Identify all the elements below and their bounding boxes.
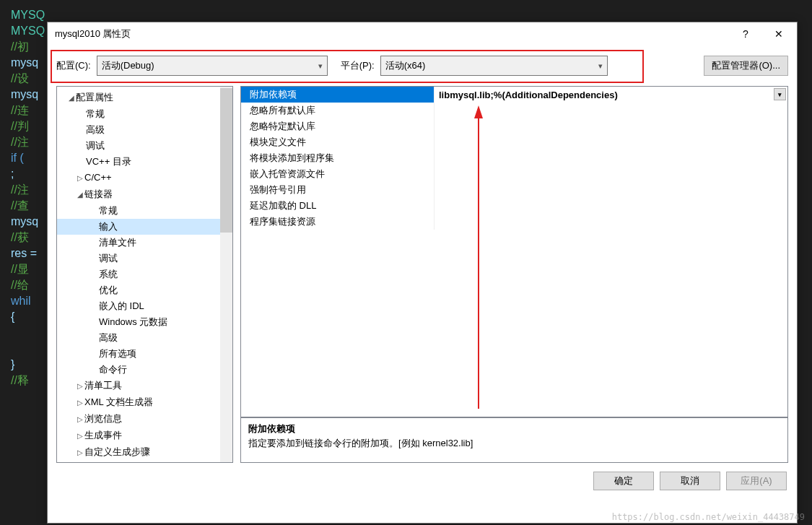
cancel-button[interactable]: 取消 bbox=[660, 472, 720, 490]
tree-node-general[interactable]: 常规 bbox=[57, 106, 232, 122]
tree-node-browse[interactable]: ▷浏览信息 bbox=[57, 411, 232, 428]
platform-combo[interactable]: 活动(x64) ▾ bbox=[380, 56, 608, 76]
prop-additional-dependencies[interactable]: 附加依赖项 libmysql.lib;%(AdditionalDependenc… bbox=[241, 87, 787, 103]
tree-node-debug[interactable]: 调试 bbox=[57, 138, 232, 154]
tree-node-ccpp[interactable]: ▷C/C++ bbox=[57, 170, 232, 186]
dropdown-icon[interactable]: ▾ bbox=[774, 88, 786, 100]
prop-ignore-specific-default[interactable]: 忽略特定默认库 bbox=[241, 118, 787, 134]
close-button[interactable]: ✕ bbox=[762, 23, 795, 45]
caret-right-icon: ▷ bbox=[76, 379, 84, 394]
tree-node-linker-winmd[interactable]: Windows 元数据 bbox=[57, 314, 232, 330]
chevron-down-icon: ▾ bbox=[318, 61, 323, 71]
dialog-footer: 确定 取消 应用(A) bbox=[48, 463, 797, 499]
tree-node-linker-advanced[interactable]: 高级 bbox=[57, 330, 232, 346]
config-row: 配置(C): 活动(Debug) ▾ 平台(P): 活动(x64) ▾ 配置管理… bbox=[48, 45, 797, 86]
tree-node-linker-debug[interactable]: 调试 bbox=[57, 251, 232, 266]
tree-node-vcdirs[interactable]: VC++ 目录 bbox=[57, 154, 232, 170]
tree-node-build-events[interactable]: ▷生成事件 bbox=[57, 428, 232, 444]
prop-module-def[interactable]: 模块定义文件 bbox=[241, 134, 787, 150]
tree-node-linker[interactable]: ◢链接器 bbox=[57, 186, 232, 203]
config-tree-panel: ◢配置属性 常规 高级 调试 VC++ 目录 ▷C/C++ ◢链接器 常规 输入… bbox=[56, 86, 233, 463]
tree-node-manifest-tool[interactable]: ▷清单工具 bbox=[57, 378, 232, 394]
dialog-title: mysql2010 属性页 bbox=[55, 27, 729, 40]
caret-right-icon: ▷ bbox=[76, 462, 84, 463]
caret-right-icon: ▷ bbox=[76, 446, 84, 460]
prop-embed-managed-res[interactable]: 嵌入托管资源文件 bbox=[241, 166, 787, 182]
watermark: https://blog.csdn.net/weixin_44438749 bbox=[612, 512, 805, 522]
tree-node-linker-optimize[interactable]: 优化 bbox=[57, 282, 232, 298]
apply-button[interactable]: 应用(A) bbox=[726, 472, 787, 490]
chevron-down-icon: ▾ bbox=[598, 61, 603, 71]
property-pages-dialog: mysql2010 属性页 ? ✕ 配置(C): 活动(Debug) ▾ 平台(… bbox=[47, 22, 798, 524]
tree-node-linker-cmdline[interactable]: 命令行 bbox=[57, 362, 232, 378]
prop-add-module-assembly[interactable]: 将模块添加到程序集 bbox=[241, 150, 787, 166]
caret-down-icon: ◢ bbox=[67, 91, 76, 105]
description-panel: 附加依赖项 指定要添加到链接命令行的附加项。[例如 kernel32.lib] bbox=[240, 417, 788, 463]
tree-node-code-analysis[interactable]: ▷代码分析 bbox=[57, 461, 232, 463]
property-grid: 附加依赖项 libmysql.lib;%(AdditionalDependenc… bbox=[240, 86, 788, 417]
caret-right-icon: ▷ bbox=[76, 396, 84, 410]
tree-node-linker-input[interactable]: 输入 bbox=[57, 219, 232, 235]
scrollbar-thumb[interactable] bbox=[220, 88, 232, 233]
tree-node-linker-general[interactable]: 常规 bbox=[57, 203, 232, 219]
prop-delay-load-dll[interactable]: 延迟加载的 DLL bbox=[241, 198, 787, 214]
tree-node-linker-manifest[interactable]: 清单文件 bbox=[57, 235, 232, 251]
caret-right-icon: ▷ bbox=[76, 429, 84, 443]
tree-node-linker-system[interactable]: 系统 bbox=[57, 266, 232, 282]
tree-node-advanced[interactable]: 高级 bbox=[57, 122, 232, 138]
tree-node-config-props[interactable]: ◢配置属性 bbox=[57, 90, 232, 106]
caret-right-icon: ▷ bbox=[76, 412, 84, 427]
platform-value: 活动(x64) bbox=[385, 59, 426, 72]
configuration-manager-button[interactable]: 配置管理器(O)... bbox=[704, 56, 788, 76]
tree-node-linker-alloptions[interactable]: 所有选项 bbox=[57, 346, 232, 362]
prop-ignore-all-default[interactable]: 忽略所有默认库 bbox=[241, 103, 787, 118]
platform-label: 平台(P): bbox=[341, 59, 375, 72]
caret-down-icon: ◢ bbox=[76, 188, 84, 202]
prop-force-symbol[interactable]: 强制符号引用 bbox=[241, 182, 787, 198]
configuration-combo[interactable]: 活动(Debug) ▾ bbox=[97, 56, 328, 76]
tree-node-linker-idl[interactable]: 嵌入的 IDL bbox=[57, 298, 232, 314]
configuration-label: 配置(C): bbox=[56, 59, 91, 72]
scrollbar-track[interactable] bbox=[220, 87, 232, 462]
configuration-value: 活动(Debug) bbox=[102, 59, 154, 72]
help-button[interactable]: ? bbox=[729, 23, 762, 45]
description-text: 指定要添加到链接命令行的附加项。[例如 kernel32.lib] bbox=[248, 437, 780, 450]
titlebar: mysql2010 属性页 ? ✕ bbox=[48, 22, 797, 45]
tree-node-xmldoc[interactable]: ▷XML 文档生成器 bbox=[57, 394, 232, 411]
caret-right-icon: ▷ bbox=[76, 171, 84, 186]
description-title: 附加依赖项 bbox=[248, 422, 780, 435]
tree-node-custom-build[interactable]: ▷自定义生成步骤 bbox=[57, 444, 232, 461]
ok-button[interactable]: 确定 bbox=[593, 472, 654, 490]
prop-assembly-link-res[interactable]: 程序集链接资源 bbox=[241, 214, 787, 230]
